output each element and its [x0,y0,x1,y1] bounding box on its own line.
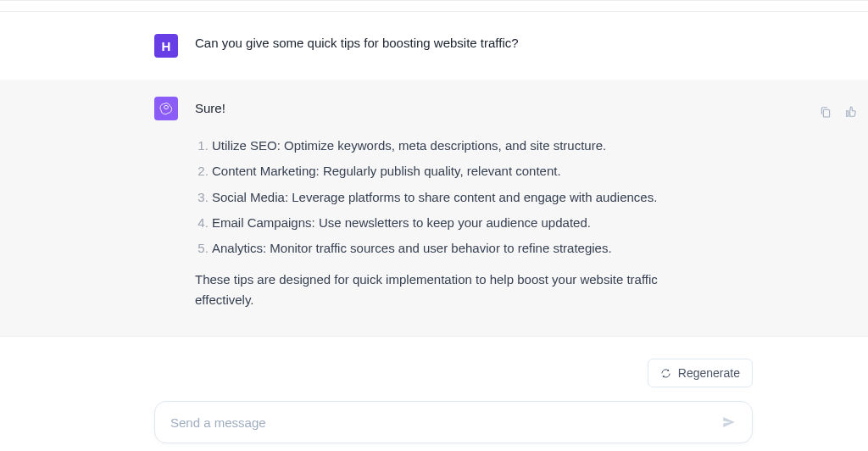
list-item: Social Media: Leverage platforms to shar… [212,187,798,207]
message-composer[interactable] [154,401,753,443]
user-message-row: H Can you give some quick tips for boost… [0,12,868,86]
assistant-outro-text: These tips are designed for quick implem… [195,270,670,310]
assistant-avatar [154,97,178,120]
list-item: Utilize SEO: Optimize keywords, meta des… [212,136,798,155]
send-icon[interactable] [721,415,737,430]
user-avatar: H [154,34,178,58]
copy-icon[interactable] [819,105,832,119]
assistant-intro-text: Sure! [195,99,225,119]
feedback-actions [819,105,868,119]
composer-area: Regenerate [0,336,868,451]
message-input[interactable] [170,415,721,430]
openai-logo-icon [159,101,174,116]
refresh-icon [660,368,671,379]
regenerate-button[interactable]: Regenerate [648,359,753,387]
list-item: Email Campaigns: Use newsletters to keep… [212,213,798,232]
assistant-message-block: Sure! Utilize SEO: Optimize keywords, me… [0,80,868,336]
list-item: Analytics: Monitor traffic sources and u… [212,238,798,258]
regenerate-label: Regenerate [678,366,740,380]
tips-list: Utilize SEO: Optimize keywords, meta des… [195,136,798,258]
list-item: Content Marketing: Regularly publish qua… [212,161,798,181]
thumbs-up-icon[interactable] [844,105,858,119]
svg-rect-0 [823,109,829,117]
user-avatar-letter: H [162,39,171,53]
user-message-text: Can you give some quick tips for boostin… [195,34,519,53]
